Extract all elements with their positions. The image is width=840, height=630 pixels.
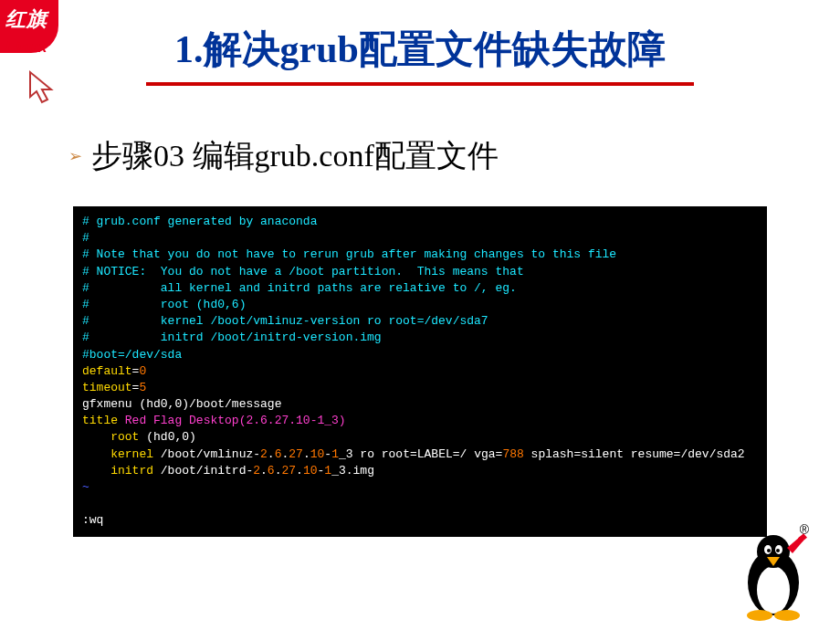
term-tilde: ~ [82,480,89,494]
term-val: (hd0,0) [139,430,195,444]
term-key: default [82,364,132,378]
term-val: 0 [139,364,146,378]
t: . [296,464,303,478]
t: . [260,464,268,478]
term-line: # initrd /boot/initrd-version.img [82,331,382,344]
terminal-output: # grub.conf generated by anaconda # # No… [73,206,767,537]
title-underline [146,82,694,86]
logo-text-en: Linux [5,38,47,57]
svg-point-9 [747,610,772,621]
t: . [268,447,275,461]
t: 6 [268,464,275,478]
t: 2 [253,464,260,478]
term-line: # grub.conf generated by anaconda [82,215,317,228]
logo-text-cn: 红旗 [5,5,58,33]
t: 1 [324,464,331,478]
slide-title: 1.解决grub配置文件缺失故障 [0,0,840,75]
term-line: # root (hd0,6) [82,298,246,311]
term-line: # kernel /boot/vmlinuz-version ro root=/… [82,314,488,328]
term-line: # NOTICE: You do not have a /boot partit… [82,265,524,278]
t: 10 [303,464,318,478]
step-heading: ➢ 步骤03 编辑grub.conf配置文件 [68,135,840,177]
t: splash=silent resume=/dev/sda2 [524,447,745,461]
t: 788 [502,447,523,461]
t: 10 [310,447,325,461]
t: _3 ro root=LABEL=/ vga= [339,447,502,461]
svg-point-7 [776,549,780,552]
t: 27 [289,447,303,461]
t: 1 [331,447,339,461]
term-line: # [82,231,89,245]
term-line: #boot=/dev/sda [82,348,182,362]
svg-point-10 [774,610,800,621]
term-key: initrd [82,464,153,478]
t: _3.img [331,464,374,478]
cursor-icon [27,69,62,111]
penguin-icon [734,530,813,621]
step-label: 步骤03 编辑grub.conf配置文件 [91,135,499,177]
term-line: gfxmenu (hd0,0)/boot/message [82,397,281,411]
svg-point-6 [767,549,771,552]
bullet-icon: ➢ [68,146,82,166]
t: - [324,447,331,461]
t: /boot/initrd- [153,464,253,478]
t: 27 [281,464,296,478]
term-val: Red Flag Desktop(2.6.27.10-1_3) [118,414,346,427]
brand-logo: 红旗 Linux [0,0,71,87]
term-key: title [82,414,118,427]
svg-marker-0 [30,72,51,102]
term-cmd: :wq [82,513,103,527]
t: . [303,447,310,461]
svg-point-2 [757,566,790,614]
term-key: kernel [82,447,153,461]
term-line: # Note that you do not have to rerun gru… [82,247,616,261]
t: 2 [260,447,268,461]
t: /boot/vmlinuz- [153,447,260,461]
term-val: 5 [139,381,146,394]
term-key: timeout [82,381,132,394]
term-key: root [82,430,139,444]
term-line: # all kernel and initrd paths are relati… [82,281,517,295]
